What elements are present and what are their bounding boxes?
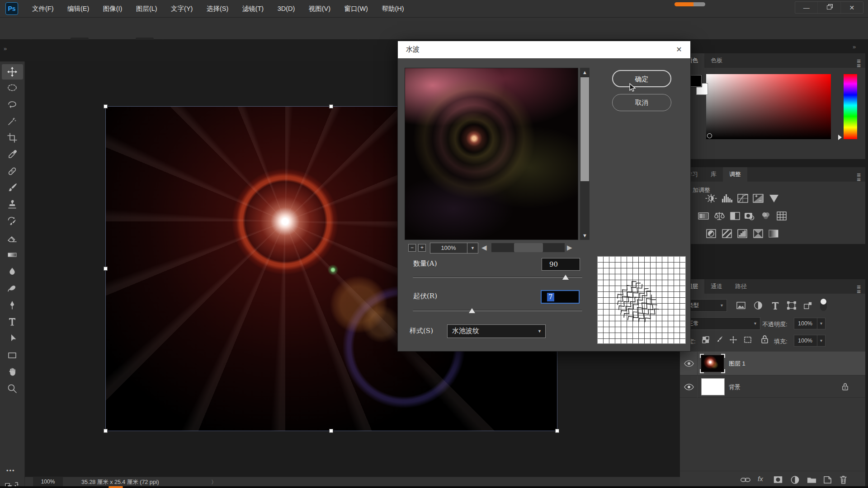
saturation-brightness-field[interactable] — [706, 74, 831, 139]
layer-row-selected[interactable]: 图层 1 — [680, 352, 865, 375]
panel-menu-icon[interactable]: ≡≡ — [857, 173, 861, 182]
filter-pixel-layers-icon[interactable] — [736, 301, 746, 310]
tool-history-brush[interactable] — [7, 216, 18, 227]
delete-layer-icon[interactable] — [839, 475, 848, 484]
scroll-down-icon[interactable]: ▼ — [580, 231, 590, 240]
transform-handle[interactable] — [555, 429, 559, 433]
adj-color-balance-icon[interactable] — [713, 211, 725, 221]
transform-handle[interactable] — [329, 429, 333, 433]
tool-path-selection[interactable] — [7, 333, 18, 344]
lock-position-icon[interactable] — [729, 336, 737, 344]
tab-paths[interactable]: 路径 — [729, 279, 753, 294]
layer-style-fx-icon[interactable]: fx — [758, 475, 763, 483]
visibility-eye-icon[interactable] — [684, 384, 694, 390]
minimize-button[interactable]: — — [795, 2, 818, 13]
opacity-field[interactable]: 100% ▾ — [794, 318, 826, 329]
layer-name[interactable]: 图层 1 — [729, 360, 745, 368]
visibility-eye-icon[interactable] — [684, 360, 694, 367]
menu-filter[interactable]: 滤镜(T) — [236, 0, 270, 17]
tool-rectangle[interactable] — [7, 350, 18, 361]
tab-libraries[interactable]: 库 — [704, 167, 723, 182]
status-chevron-icon[interactable]: 〉 — [211, 479, 217, 486]
amount-slider-thumb[interactable] — [562, 275, 569, 280]
menu-file[interactable]: 文件(F) — [26, 0, 60, 17]
adj-photo-filter-icon[interactable] — [744, 211, 755, 221]
tool-eyedropper[interactable] — [7, 149, 18, 160]
lock-all-icon[interactable] — [761, 335, 768, 343]
chevron-down-icon[interactable]: ▼ — [467, 243, 478, 253]
amount-slider[interactable] — [413, 277, 582, 278]
menu-edit[interactable]: 编辑(E) — [61, 0, 95, 17]
tool-spot-healing[interactable] — [7, 166, 18, 177]
adj-gradient-map-icon[interactable] — [752, 229, 764, 239]
color-picker-ring[interactable] — [707, 133, 712, 138]
collapse-panels-icon[interactable]: » — [853, 43, 856, 50]
color-panel-foreground-swatch[interactable] — [690, 75, 702, 87]
filter-smart-objects-icon[interactable] — [803, 301, 813, 310]
tool-brush[interactable] — [7, 183, 18, 193]
zoom-in-button[interactable]: + — [418, 244, 426, 252]
adj-color-lookup-icon[interactable] — [776, 211, 788, 221]
new-adjustment-layer-icon[interactable] — [790, 475, 800, 484]
adj-channel-mixer-icon[interactable] — [760, 211, 772, 221]
layer-row-background[interactable]: 背景 — [680, 375, 865, 398]
new-group-icon[interactable] — [807, 476, 817, 484]
lock-transparency-icon[interactable] — [702, 336, 710, 344]
adj-curves-icon[interactable] — [737, 193, 749, 203]
new-layer-icon[interactable] — [823, 475, 832, 484]
adj-black-white-icon[interactable] — [729, 211, 741, 221]
scroll-left-icon[interactable]: ◀ — [481, 244, 487, 252]
ridge-input-focused[interactable]: 7 — [541, 290, 580, 304]
tool-eraser[interactable] — [7, 233, 18, 244]
layer-name[interactable]: 背景 — [729, 383, 741, 391]
adj-threshold-icon[interactable] — [736, 229, 748, 239]
fill-field[interactable]: 100% ▾ — [794, 335, 826, 347]
preview-horizontal-scrollbar[interactable] — [491, 243, 565, 252]
adj-levels-icon[interactable] — [721, 193, 733, 203]
amount-input[interactable]: 90 — [542, 258, 580, 271]
dialog-titlebar[interactable]: 水波 ✕ — [398, 41, 690, 58]
zoom-level-dropdown[interactable]: 100% ▼ — [430, 243, 478, 253]
scrollbar-thumb[interactable] — [514, 243, 543, 252]
tool-lasso[interactable] — [7, 99, 18, 110]
menu-image[interactable]: 图像(I) — [97, 0, 128, 17]
restore-button[interactable] — [818, 2, 840, 13]
collapse-panels-icon[interactable]: » — [4, 45, 7, 52]
tool-zoom[interactable] — [7, 383, 18, 394]
transform-handle[interactable] — [104, 104, 108, 108]
zoom-level-field[interactable]: 100% — [33, 477, 63, 486]
menu-select[interactable]: 选择(S) — [201, 0, 234, 17]
adj-posterize-icon[interactable] — [721, 229, 733, 239]
filter-adjustment-layers-icon[interactable] — [753, 301, 763, 310]
style-dropdown[interactable]: 水池波纹 ▼ — [447, 324, 546, 338]
layer-thumbnail[interactable] — [701, 355, 724, 372]
scroll-up-icon[interactable]: ▲ — [580, 68, 590, 77]
menu-window[interactable]: 窗口(W) — [339, 0, 374, 17]
tool-smudge[interactable] — [7, 283, 18, 294]
filter-shape-layers-icon[interactable] — [787, 301, 797, 310]
lock-pixels-icon[interactable] — [716, 336, 724, 344]
add-mask-icon[interactable] — [773, 475, 783, 484]
tool-pen[interactable] — [7, 300, 18, 310]
panel-menu-icon[interactable]: ≡≡ — [857, 285, 861, 294]
adj-brightness-contrast-icon[interactable] — [705, 193, 717, 203]
adj-vibrance-icon[interactable] — [768, 193, 780, 203]
preview-vertical-scrollbar[interactable]: ▲ ▼ — [580, 68, 590, 240]
transform-handle[interactable] — [104, 267, 108, 271]
menu-view[interactable]: 视图(V) — [303, 0, 336, 17]
lock-artboard-icon[interactable] — [743, 336, 752, 344]
panel-menu-icon[interactable]: ≡≡ — [857, 59, 861, 68]
filter-type-layers-icon[interactable] — [770, 301, 780, 310]
tab-swatches[interactable]: 色板 — [704, 53, 729, 68]
transform-handle[interactable] — [329, 104, 333, 108]
hue-marker[interactable] — [838, 135, 842, 140]
transform-handle[interactable] — [104, 429, 108, 433]
menu-type[interactable]: 文字(Y) — [165, 0, 198, 17]
tool-hand[interactable] — [7, 366, 18, 377]
blend-mode-dropdown[interactable]: 正常 ▾ — [683, 317, 760, 330]
adj-exposure-icon[interactable] — [752, 193, 764, 203]
filter-toggle-switch[interactable] — [820, 298, 827, 311]
tool-type[interactable] — [7, 316, 18, 327]
tool-crop[interactable] — [7, 132, 18, 143]
ok-button[interactable]: 确定 — [612, 70, 671, 87]
